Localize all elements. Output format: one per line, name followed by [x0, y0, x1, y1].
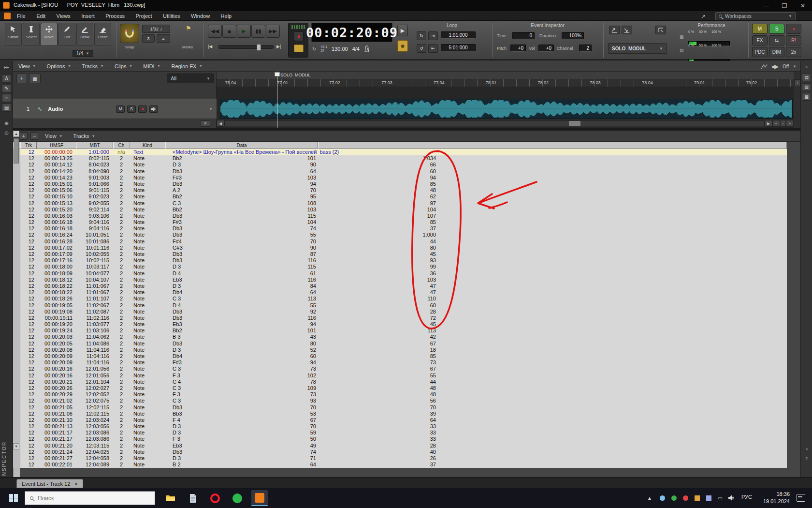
reset-audio-button[interactable]: R! — [786, 35, 801, 45]
global-mute-button[interactable]: M — [752, 24, 768, 34]
maximize-button[interactable]: ❐ — [775, 0, 794, 11]
volume-icon[interactable] — [728, 494, 736, 502]
header-mbt[interactable]: MBT — [76, 142, 113, 149]
track-expand-chevron[interactable]: ▼ — [209, 107, 213, 111]
global-solo-button[interactable]: S — [769, 24, 784, 34]
zoom-in-icon[interactable]: + — [786, 120, 794, 127]
rewind-button[interactable]: ◀◀ — [208, 25, 222, 38]
event-delete-button[interactable]: − — [30, 132, 38, 140]
language-indicator[interactable]: РУС — [739, 494, 755, 500]
sync-status-icon[interactable]: ◎ — [2, 129, 11, 137]
header-data[interactable]: Data — [165, 142, 318, 149]
fast-forward-button[interactable]: ▶▶ — [266, 25, 280, 38]
zoom-out-icon[interactable]: − — [772, 120, 780, 127]
event-row[interactable]: 1200:00:17:0210:01:1162NoteG#39080 — [13, 245, 787, 251]
aim-assist-arrow-icon[interactable]: ◀▶ — [771, 64, 779, 69]
arm-mix-icon[interactable] — [655, 26, 666, 34]
taskbar-app-opera[interactable] — [207, 490, 223, 506]
track-arm-button[interactable]: ● — [138, 105, 147, 113]
tray-icon-1[interactable] — [658, 494, 666, 502]
event-row[interactable]: 1200:00:20:0911:04:1162NoteDb46085 — [13, 353, 787, 359]
menu-process[interactable]: Process — [101, 12, 129, 20]
header-hmsf[interactable]: HMSF — [37, 142, 76, 149]
track-properties-icon[interactable]: A — [2, 75, 11, 83]
taskbar-app-explorer[interactable] — [162, 490, 179, 506]
tray-icon-5[interactable] — [705, 494, 712, 502]
event-row[interactable]: 1200:00:16:2410:01:0512NoteDb3551:000 — [13, 232, 787, 238]
punch-out-icon[interactable] — [622, 26, 632, 34]
menu-window[interactable]: Window — [187, 12, 214, 20]
global-record-button[interactable]: ● — [786, 24, 801, 34]
tv-menu-options[interactable]: Options▼ — [42, 63, 77, 69]
snap-triplet-button[interactable]: 3 — [142, 34, 155, 43]
loop-toggle-icon[interactable]: ↻ — [417, 31, 426, 40]
ruler-zoom-plus-button[interactable]: + — [795, 79, 800, 86]
position-slider[interactable] — [218, 45, 274, 49]
event-row[interactable]: 1200:00:18:0910:04:0772NoteD 46136 — [13, 270, 787, 277]
tab-close-icon[interactable]: × — [74, 481, 77, 487]
sync-icon[interactable]: ↻ — [312, 46, 316, 52]
loop-set-start-icon[interactable]: ⇥ — [428, 31, 438, 40]
double-speed-button[interactable]: 2x — [786, 47, 801, 57]
menu-views[interactable]: Views — [52, 12, 75, 20]
track-name[interactable]: Audio — [48, 106, 63, 112]
pause-button[interactable]: ▮▮ — [251, 25, 265, 38]
event-row[interactable]: 1200:00:16:189:04:1162NoteF#310485 — [13, 219, 787, 225]
plugin-browser-icon[interactable]: ▥ — [802, 83, 811, 91]
event-row[interactable]: 1200:00:16:039:03:1062NoteDb3115107 — [13, 213, 787, 219]
tool-edit[interactable]: Edit — [58, 23, 75, 46]
scroll-up-icon[interactable]: ▲ — [13, 131, 19, 137]
event-row-text[interactable]: 1200:00:00:001:01:000n/aText<Melodyne> Ш… — [13, 149, 787, 155]
event-row[interactable]: 1200:00:17:1610:02:1152NoteDb311693 — [13, 257, 787, 264]
event-row[interactable]: 1200:00:15:069:01:1152NoteA 27048 — [13, 187, 787, 194]
event-insert-button[interactable]: + — [20, 132, 28, 140]
event-row[interactable]: 1200:00:20:0811:04:1162NoteD 35218 — [13, 347, 787, 353]
event-menu-tracks[interactable]: Tracks▼ — [70, 133, 100, 139]
playhead-marker[interactable] — [275, 72, 280, 76]
tool-smart[interactable]: Smart — [5, 23, 22, 46]
track-echo-button[interactable] — [149, 105, 158, 113]
ei-duration-value[interactable]: 100% — [562, 32, 584, 39]
ei-vel-value[interactable]: +0 — [538, 45, 554, 52]
event-row[interactable]: 1200:00:21:0512:02:1152NoteDb37070 — [13, 404, 787, 411]
taskbar-app-cakewalk[interactable] — [251, 490, 268, 506]
tempo-value[interactable]: 130.00 — [332, 46, 348, 52]
event-row[interactable]: 1200:00:16:189:04:1162NoteDb37437 — [13, 225, 787, 232]
event-list-tab[interactable]: Event List - Track 12 × — [16, 479, 83, 488]
tray-icon-2[interactable] — [670, 494, 678, 502]
go-to-end-button[interactable]: ▶| — [276, 44, 281, 49]
event-row[interactable]: 1200:00:16:2810:01:0862NoteF#47044 — [13, 239, 787, 245]
tool-erase[interactable]: Erase — [94, 23, 111, 46]
taskbar-app-document[interactable] — [185, 490, 201, 506]
tool-move[interactable]: Move — [41, 23, 58, 46]
loop-set-end-icon[interactable]: ⇤ — [428, 44, 438, 53]
scroll-right-icon[interactable]: ▶ — [765, 120, 772, 127]
event-row[interactable]: 1200:00:15:209:02:1142NoteBb2103104 — [13, 207, 787, 213]
time-ruler[interactable]: 76:0477:0177:0277:0377:0478:0178:0278:03… — [217, 79, 794, 87]
playhead-line[interactable] — [277, 72, 277, 128]
loop-start-value[interactable]: 1:01:000 — [441, 31, 476, 39]
expand-diagonal-icon[interactable]: ↗ — [701, 13, 706, 20]
tray-icon-3[interactable] — [682, 494, 689, 502]
ei-time-value[interactable]: 0 — [512, 32, 535, 39]
solo-module-selector[interactable]: SOLO MODUL ▼ — [608, 43, 667, 54]
aim-assist-icon[interactable] — [761, 64, 768, 69]
prochannel-icon[interactable]: ≡ — [2, 94, 11, 102]
position-slider-thumb[interactable] — [257, 44, 261, 51]
punch-in-icon[interactable] — [609, 26, 620, 34]
event-row[interactable]: 1200:00:21:1712:03:0862NoteF 35033 — [13, 436, 787, 442]
record-arm-button[interactable] — [294, 45, 304, 52]
event-row[interactable]: 1200:00:21:2412:04:0252NoteDb37440 — [13, 449, 787, 455]
aim-assist-state[interactable]: Off — [783, 64, 789, 69]
tv-menu-view[interactable]: View▼ — [13, 63, 42, 69]
pdc-button[interactable]: PDC — [752, 47, 768, 57]
event-row[interactable]: 1200:00:22:0112:04:0892NoteB 26437 — [13, 462, 787, 468]
tv-menu-tracks[interactable]: Tracks▼ — [76, 63, 109, 69]
track-height-widget[interactable]: ≡ — [201, 120, 210, 127]
marker-strip[interactable]: SOLO MODUL — [217, 72, 794, 79]
metronome-icon[interactable] — [364, 45, 370, 52]
menu-help[interactable]: Help — [217, 12, 236, 20]
marker-name[interactable]: SOLO MODUL — [280, 73, 311, 77]
zoom-preset-icon[interactable]: ▫ — [780, 120, 786, 127]
event-row[interactable]: 1200:00:21:2712:04:0582NoteD 37126 — [13, 455, 787, 462]
